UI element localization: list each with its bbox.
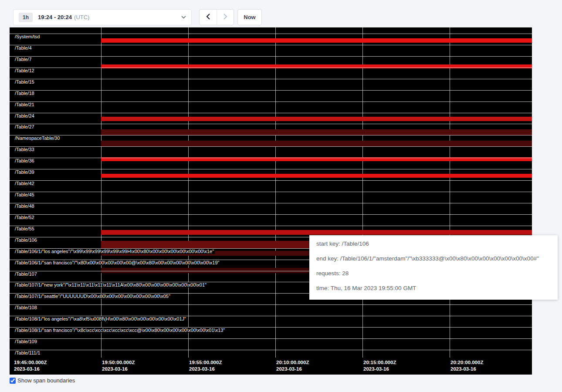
row-label: /Table/106/1/"san francisco"/"\x80\x00\x… [14, 260, 220, 265]
hover-tooltip: start key: /Table/106 end key: /Table/10… [309, 235, 558, 300]
row-label: /Table/7 [14, 57, 33, 62]
heat-band [101, 230, 532, 235]
x-axis-tick: 19:55:00.000Z2023-03-16 [189, 359, 222, 372]
next-range-button[interactable] [217, 10, 234, 25]
row-label: /Table/33 [14, 147, 35, 152]
tooltip-requests: requests: 28 [316, 269, 551, 278]
span-boundary-line [10, 135, 532, 135]
chevron-right-icon [223, 13, 228, 21]
chevron-left-icon [206, 13, 211, 21]
span-boundary-line [10, 350, 532, 350]
range-label: 19:24 - 20:24 [38, 14, 72, 20]
span-boundary-line [10, 192, 532, 192]
time-range-selector[interactable]: 1h 19:24 - 20:24 (UTC) [13, 9, 192, 25]
span-boundary-line [10, 158, 532, 158]
row-label: /Table/48 [14, 203, 35, 209]
heat-band [101, 117, 532, 121]
span-boundary-line [10, 169, 532, 169]
grid-line [275, 27, 276, 358]
row-label: /Table/107/1/"new york"/"\x11\x11\x11\x1… [14, 282, 207, 287]
row-label: /System/tsd [14, 34, 41, 39]
row-label: /Table/24 [14, 113, 35, 118]
tooltip-start-key: start key: /Table/106 [316, 240, 551, 248]
span-boundary-line [10, 146, 532, 147]
row-label: /Table/52 [14, 215, 35, 220]
grid-line [188, 27, 189, 358]
row-label: /Table/15 [14, 79, 35, 84]
x-axis-tick: 19:45:00.000Z2023-03-16 [14, 359, 47, 372]
row-label: /Table/109 [14, 339, 38, 344]
show-span-boundaries-label: Show span boundaries [17, 377, 75, 384]
range-timezone: (UTC) [74, 14, 89, 20]
span-boundary-line [10, 90, 532, 91]
heat-band [101, 141, 532, 146]
span-boundary-line [10, 214, 532, 215]
now-button[interactable]: Now [237, 9, 262, 25]
row-label: /Table/107/1/"seattle"/"UUUUUUD\x00\x80\… [14, 294, 171, 299]
span-boundary-line [10, 34, 532, 34]
span-boundary-line [10, 79, 532, 79]
span-boundary-line [10, 180, 532, 181]
row-label: /Table/108/1/"san francisco"/"\x8c\xcc\x… [14, 328, 226, 333]
heat-band [101, 174, 532, 178]
row-label: /Table/45 [14, 192, 35, 197]
grid-line [450, 27, 450, 358]
x-axis-tick: 20:20:00.000Z2023-03-16 [450, 359, 483, 372]
x-axis-tick: 20:15:00.000Z2023-03-16 [363, 359, 396, 372]
span-boundary-line [10, 68, 532, 68]
row-label: /Table/21 [14, 102, 35, 107]
span-boundary-line [10, 113, 532, 113]
span-boundary-line [10, 304, 532, 305]
row-label: /Table/106 [14, 237, 38, 243]
row-label: /Table/111/1 [14, 350, 41, 355]
row-label: /Table/55 [14, 226, 35, 231]
prev-range-button[interactable] [200, 10, 217, 25]
x-axis-tick: 19:50:00.000Z2023-03-16 [102, 359, 135, 372]
show-span-boundaries-checkbox[interactable] [10, 378, 16, 384]
grid-line [362, 27, 363, 358]
row-label: /Table/107 [14, 271, 38, 277]
span-boundary-line [10, 338, 532, 339]
range-pager [199, 9, 234, 25]
row-label: /Table/108 [14, 305, 38, 310]
key-visualizer-canvas[interactable]: /System/tsd/Table/4/Table/7/Table/12/Tab… [10, 27, 532, 375]
chevron-down-icon [181, 16, 186, 19]
row-label: /NamespaceTable/30 [14, 135, 61, 141]
show-span-boundaries[interactable]: Show span boundaries [10, 377, 75, 384]
span-boundary-line [10, 101, 532, 102]
span-boundary-line [10, 45, 532, 45]
tooltip-end-key: end key: /Table/106/1/"amsterdam"/"\xb33… [316, 254, 551, 263]
heat-band [101, 38, 532, 43]
span-boundary-line [10, 56, 532, 57]
row-label: /Table/42 [14, 181, 35, 186]
row-label: /Table/36 [14, 158, 35, 163]
heat-band [101, 129, 532, 135]
span-boundary-line [10, 203, 532, 203]
row-label: /Table/39 [14, 169, 35, 175]
row-label: /Table/108/1/"los angeles"/"\xa8\xf5\u00… [14, 316, 187, 321]
x-axis-tick: 20:10:00.000Z2023-03-16 [276, 359, 309, 372]
row-label: /Table/4 [14, 45, 33, 51]
tooltip-time: time: Thu, 16 Mar 2023 19:55:00 GMT [316, 284, 551, 293]
row-label: /Table/18 [14, 91, 35, 96]
row-label: /Table/12 [14, 68, 35, 73]
span-boundary-line [10, 124, 532, 124]
span-boundary-line [10, 226, 532, 226]
range-duration-badge: 1h [19, 13, 33, 22]
grid-line [101, 27, 102, 358]
row-label: /Table/27 [14, 124, 35, 129]
row-label: /Table/106/1/"los angeles"/"\x99\x99\x99… [14, 249, 215, 254]
